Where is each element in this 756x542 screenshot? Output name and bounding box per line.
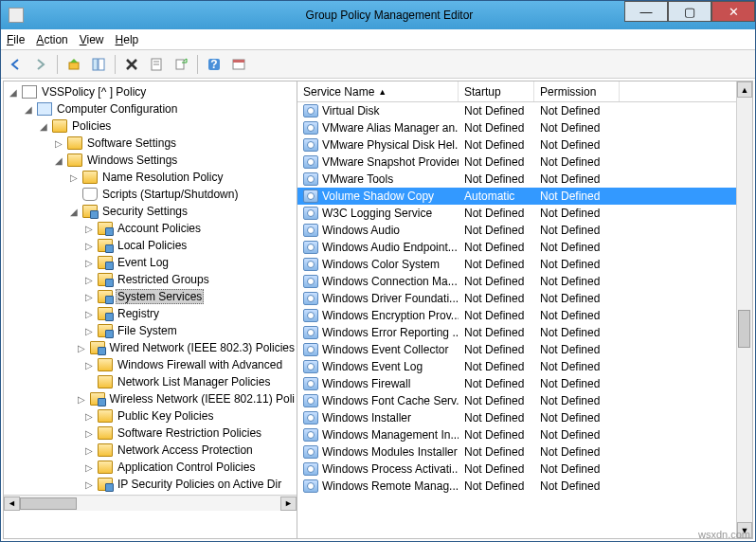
list-item[interactable]: Windows Event CollectorNot DefinedNot De… (297, 341, 736, 358)
menu-help[interactable]: Help (116, 33, 139, 46)
list-item[interactable]: Windows Management In...Not DefinedNot D… (297, 426, 736, 443)
list-item[interactable]: Windows Error Reporting ...Not DefinedNo… (297, 324, 736, 341)
list-item[interactable]: Windows Process Activati...Not DefinedNo… (297, 461, 736, 478)
tree-toggle-icon[interactable]: ▷ (83, 479, 95, 490)
tree-item[interactable]: ▷IP Security Policies on Active Dir (4, 476, 297, 493)
tree-item[interactable]: ▷Local Policies (4, 237, 297, 254)
list-item[interactable]: Windows Audio Endpoint...Not DefinedNot … (297, 239, 736, 256)
tree-toggle-icon[interactable]: ◢ (23, 104, 34, 115)
tree-item[interactable]: ▷Software Restriction Policies (4, 425, 297, 442)
tree-toggle-icon[interactable]: ▷ (83, 445, 95, 456)
list-item[interactable]: VMware Alias Manager an...Not DefinedNot… (297, 119, 736, 136)
tree-toggle-icon[interactable]: ▷ (83, 428, 95, 439)
tree-item[interactable]: ◢Computer Configuration (4, 100, 297, 117)
tree-item[interactable]: ▷System Services (4, 288, 297, 305)
tree-toggle-icon[interactable]: ▷ (77, 343, 87, 353)
list-item[interactable]: Windows Color SystemNot DefinedNot Defin… (297, 256, 736, 273)
list-item[interactable]: Volume Shadow CopyAutomaticNot Defined (297, 188, 736, 205)
forward-button[interactable] (29, 53, 52, 76)
list-item[interactable]: Windows InstallerNot DefinedNot Defined (297, 409, 736, 426)
list-item[interactable]: Windows Modules InstallerNot DefinedNot … (297, 443, 736, 461)
back-button[interactable] (5, 53, 27, 76)
tree-item[interactable]: ◢Windows Settings (4, 152, 297, 169)
help-button[interactable]: ? (203, 53, 225, 76)
tree-toggle-icon[interactable]: ▷ (83, 292, 95, 302)
scroll-thumb[interactable] (20, 497, 77, 510)
tree-item[interactable]: ▷Public Key Policies (4, 407, 297, 425)
tree-item[interactable]: ▷Windows Firewall with Advanced (4, 356, 297, 373)
tree-pane[interactable]: ◢VSSPolicy [^ ] Policy◢Computer Configur… (4, 81, 297, 538)
list-item[interactable]: Windows Encryption Prov...Not DefinedNot… (297, 307, 736, 324)
export-button[interactable] (170, 53, 192, 76)
tree-item[interactable]: ▷Network Access Protection (4, 442, 297, 459)
menu-view[interactable]: View (80, 33, 104, 46)
service-list[interactable]: Virtual DiskNot DefinedNot DefinedVMware… (297, 102, 736, 538)
list-item[interactable]: VMware Physical Disk Hel...Not DefinedNo… (297, 136, 736, 154)
tree-toggle-icon[interactable]: ◢ (38, 121, 49, 132)
maximize-button[interactable]: ▢ (668, 1, 711, 22)
tree-item-label: Network List Manager Policies (116, 375, 272, 388)
list-item[interactable]: Windows Font Cache Serv...Not DefinedNot… (297, 392, 736, 409)
tree-item[interactable]: ▷Restricted Groups (4, 271, 297, 288)
tree-toggle-icon[interactable]: ▷ (83, 309, 95, 319)
scroll-up-icon[interactable]: ▲ (737, 81, 752, 98)
scroll-left-icon[interactable]: ◄ (4, 497, 20, 511)
tree-item[interactable]: ▷Application Control Policies (4, 459, 297, 476)
show-hide-tree-button[interactable] (87, 53, 110, 76)
scroll-thumb[interactable] (738, 310, 750, 348)
tree-toggle-icon[interactable]: ▷ (77, 394, 87, 405)
tree-item[interactable]: ▷Wired Network (IEEE 802.3) Policies (4, 339, 297, 356)
list-item[interactable]: Windows Event LogNot DefinedNot Defined (297, 358, 736, 375)
list-item[interactable]: VMware Snapshot ProviderNot DefinedNot D… (297, 154, 736, 171)
list-item[interactable]: VMware ToolsNot DefinedNot Defined (297, 171, 736, 188)
properties-button[interactable] (145, 53, 168, 76)
tree-item[interactable]: ▷Name Resolution Policy (4, 169, 297, 186)
tree-toggle-icon[interactable]: ▷ (83, 241, 95, 251)
tree-toggle-icon[interactable]: ◢ (53, 155, 64, 166)
list-item[interactable]: W3C Logging ServiceNot DefinedNot Define… (297, 205, 736, 222)
tree-item[interactable]: ▷Software Settings (4, 135, 297, 152)
tree-toggle-icon[interactable]: ▷ (53, 138, 64, 149)
tree-item[interactable]: ▷Event Log (4, 254, 297, 271)
tree-item[interactable]: ▷File System (4, 322, 297, 339)
col-service-name[interactable]: Service Name▲ (297, 81, 459, 101)
tree-item[interactable]: Scripts (Startup/Shutdown) (4, 186, 297, 203)
tree-toggle-icon[interactable]: ▷ (83, 275, 95, 285)
list-vscrollbar[interactable]: ▲ ▼ (736, 81, 752, 538)
tree-item[interactable]: ▷Registry (4, 305, 297, 322)
tree-item[interactable]: ◢VSSPolicy [^ ] Policy (4, 83, 297, 100)
tree-item[interactable]: Network List Manager Policies (4, 373, 297, 390)
tree-item[interactable]: ◢Policies (4, 117, 297, 135)
tree-item[interactable]: ▷Account Policies (4, 220, 297, 237)
tree-toggle-icon[interactable]: ◢ (68, 207, 80, 217)
col-startup[interactable]: Startup (459, 81, 534, 101)
list-item[interactable]: Virtual DiskNot DefinedNot Defined (297, 102, 736, 119)
list-item[interactable]: Windows Driver Foundati...Not DefinedNot… (297, 290, 736, 307)
tree-toggle-icon[interactable]: ▷ (68, 172, 80, 183)
delete-button[interactable] (120, 53, 143, 76)
menu-file[interactable]: File (7, 33, 25, 46)
col-permission[interactable]: Permission (534, 81, 620, 101)
scroll-right-icon[interactable]: ► (280, 497, 297, 511)
tree-item[interactable]: ▷Wireless Network (IEEE 802.11) Poli (4, 390, 297, 407)
tree-toggle-icon[interactable]: ◢ (8, 87, 19, 98)
titlebar[interactable]: Group Policy Management Editor — ▢ ✕ (1, 1, 755, 29)
list-item[interactable]: Windows Remote Manag...Not DefinedNot De… (297, 478, 736, 495)
tree-toggle-icon[interactable]: ▷ (83, 326, 95, 336)
up-button[interactable] (63, 53, 85, 76)
minimize-button[interactable]: — (624, 1, 668, 22)
list-item[interactable]: Windows Connection Ma...Not DefinedNot D… (297, 273, 736, 290)
close-button[interactable]: ✕ (711, 1, 755, 22)
menu-action[interactable]: Action (36, 33, 67, 46)
list-item[interactable]: Windows AudioNot DefinedNot Defined (297, 222, 736, 239)
tree-toggle-icon[interactable]: ▷ (83, 462, 95, 473)
tree-hscrollbar[interactable]: ◄ ► (4, 495, 297, 511)
tree-toggle-icon[interactable]: ▷ (83, 360, 95, 370)
service-icon (303, 241, 318, 254)
tree-toggle-icon[interactable]: ▷ (83, 411, 95, 422)
toolbar-extra-button[interactable] (227, 53, 250, 76)
tree-toggle-icon[interactable]: ▷ (83, 224, 95, 234)
tree-item[interactable]: ◢Security Settings (4, 203, 297, 220)
tree-toggle-icon[interactable]: ▷ (83, 258, 95, 268)
list-item[interactable]: Windows FirewallNot DefinedNot Defined (297, 375, 736, 392)
